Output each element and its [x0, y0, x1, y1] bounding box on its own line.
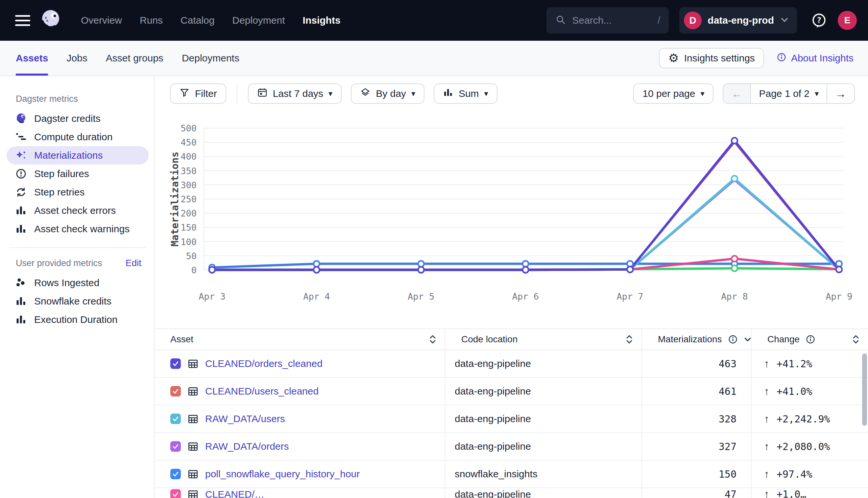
sidebar-item-rows-ingested[interactable]: Rows Ingested — [7, 274, 149, 292]
up-arrow-icon: ↑ — [764, 488, 769, 498]
change-cell: ↑ +2,080.0% — [752, 433, 868, 460]
change-value: +1,0… — [777, 488, 806, 498]
about-insights-link[interactable]: About Insights — [777, 52, 854, 64]
change-cell: ↑ +97.4% — [752, 461, 868, 487]
sidebar-item-execution-duration[interactable]: Execution Duration — [7, 311, 149, 329]
asset-link[interactable]: RAW_DATA/users — [205, 413, 285, 424]
series-checkbox[interactable] — [170, 441, 181, 452]
sidebar-item-materializations[interactable]: Materializations — [7, 146, 149, 165]
asset-link[interactable]: RAW_DATA/orders — [205, 441, 289, 452]
sidebar-item-label: Compute duration — [34, 131, 113, 143]
info-icon[interactable] — [805, 335, 815, 344]
table-asset-icon — [188, 489, 199, 498]
tab-asset-groups[interactable]: Asset groups — [106, 41, 163, 76]
info-icon[interactable] — [728, 335, 738, 344]
table-asset-icon — [188, 441, 199, 452]
sidebar-item-label: Asset check warnings — [34, 223, 129, 235]
bar-chart-icon — [443, 87, 454, 100]
prev-page-button[interactable]: ← — [723, 84, 750, 103]
sidebar-item-asset-check-warnings[interactable]: Asset check warnings — [7, 220, 149, 238]
dots-cluster-icon — [15, 277, 27, 289]
tab-deployments[interactable]: Deployments — [182, 41, 239, 76]
page-selector[interactable]: Page 1 of 2 ▾ — [750, 84, 827, 103]
back-arrow-icon: ← — [731, 87, 742, 100]
sparkles-icon — [15, 149, 27, 161]
y-axis-title: Materializations — [169, 152, 180, 247]
asset-link[interactable]: CLEANED/orders_cleaned — [205, 358, 322, 369]
sidebar-item-compute-duration[interactable]: Compute duration — [7, 128, 149, 146]
column-header-code-location[interactable]: Code location — [446, 329, 642, 350]
chart-data-point — [418, 261, 424, 267]
table-row: poll_snowflake_query_history_hour snowfl… — [154, 461, 868, 488]
sidebar-item-label: Step failures — [34, 168, 89, 179]
materializations-line-chart: 050100150200250300350400450500Apr 3Apr 4… — [158, 116, 868, 318]
caret-down-icon: ▾ — [329, 90, 332, 97]
dagster-logo-icon[interactable] — [39, 9, 63, 32]
divider — [237, 84, 238, 103]
column-header-asset[interactable]: Asset — [154, 329, 446, 350]
help-icon[interactable]: ? — [810, 12, 828, 29]
hamburger-menu-icon[interactable] — [15, 15, 30, 26]
nav-item-deployment[interactable]: Deployment — [232, 15, 285, 26]
column-header-change[interactable]: Change — [752, 329, 868, 350]
chart-data-point — [209, 267, 215, 273]
tab-jobs[interactable]: Jobs — [66, 41, 87, 76]
table-asset-icon — [188, 386, 199, 397]
series-checkbox[interactable] — [170, 358, 181, 369]
caret-down-icon: ▾ — [700, 90, 704, 97]
per-page-dropdown[interactable]: 10 per page ▾ — [633, 83, 714, 104]
sidebar-item-snowflake-credits[interactable]: Snowflake credits — [7, 292, 149, 311]
sidebar-item-label: Execution Duration — [34, 314, 117, 325]
sidebar-item-dagster-credits[interactable]: Dagster credits — [7, 109, 149, 128]
table-row: CLEANED/… data-eng-pipeline 47 ↑ +1,0… — [154, 488, 868, 498]
materializations-cell: 47 — [642, 488, 752, 498]
asset-link[interactable]: poll_snowflake_query_history_hour — [205, 469, 360, 480]
deployment-switcher[interactable]: D data-eng-prod — [679, 7, 797, 34]
column-header-materializations[interactable]: Materializations — [642, 329, 752, 350]
aggregation-dropdown[interactable]: Sum ▾ — [434, 83, 497, 104]
sidebar-item-label: Dagster credits — [34, 113, 101, 124]
next-page-button[interactable]: → — [827, 84, 854, 103]
retry-icon — [15, 186, 27, 198]
series-checkbox[interactable] — [170, 414, 181, 424]
code-location-cell: data-eng-pipeline — [446, 378, 642, 405]
materializations-cell: 463 — [642, 350, 752, 377]
filter-button[interactable]: Filter — [170, 83, 226, 104]
nav-item-insights[interactable]: Insights — [303, 15, 341, 26]
code-location-cell: data-eng-pipeline — [446, 405, 642, 432]
asset-link[interactable]: CLEANED/users_cleaned — [205, 386, 319, 397]
sort-icon — [626, 335, 633, 344]
sidebar-item-step-retries[interactable]: Step retries — [7, 183, 149, 201]
x-tick-label: Apr 6 — [512, 291, 539, 302]
edit-metrics-link[interactable]: Edit — [126, 258, 141, 268]
materializations-cell: 150 — [642, 461, 752, 487]
y-tick-label: 200 — [180, 208, 196, 219]
sidebar-item-label: Materializations — [34, 150, 103, 161]
tab-assets[interactable]: Assets — [16, 41, 48, 76]
series-checkbox[interactable] — [170, 469, 181, 479]
chart-data-point — [731, 176, 738, 182]
asset-link[interactable]: CLEANED/… — [205, 489, 264, 498]
nav-item-overview[interactable]: Overview — [81, 15, 122, 26]
search-box[interactable]: / — [547, 7, 669, 34]
caret-down-icon: ▾ — [484, 90, 488, 97]
change-value: +41.0% — [777, 386, 812, 397]
group-by-dropdown[interactable]: By day ▾ — [351, 83, 424, 104]
sidebar-item-step-failures[interactable]: Step failures — [7, 165, 149, 183]
avatar[interactable]: E — [838, 11, 857, 30]
nav-item-runs[interactable]: Runs — [140, 15, 163, 26]
date-range-dropdown[interactable]: Last 7 days ▾ — [248, 83, 342, 104]
vertical-scrollbar[interactable] — [862, 353, 867, 426]
chart-data-point — [627, 266, 633, 272]
search-input[interactable] — [572, 14, 637, 26]
chevron-down-icon — [780, 15, 789, 26]
x-tick-label: Apr 8 — [721, 291, 748, 302]
series-checkbox[interactable] — [170, 386, 181, 396]
sidebar-item-asset-check-errors[interactable]: Asset check errors — [7, 201, 149, 220]
nav-item-catalog[interactable]: Catalog — [180, 15, 214, 26]
pagination: ← Page 1 of 2 ▾ → — [723, 83, 855, 104]
insights-settings-button[interactable]: ⚙ Insights settings — [659, 48, 764, 68]
search-icon — [555, 14, 566, 27]
svg-text:?: ? — [817, 15, 822, 25]
series-checkbox[interactable] — [170, 489, 181, 498]
